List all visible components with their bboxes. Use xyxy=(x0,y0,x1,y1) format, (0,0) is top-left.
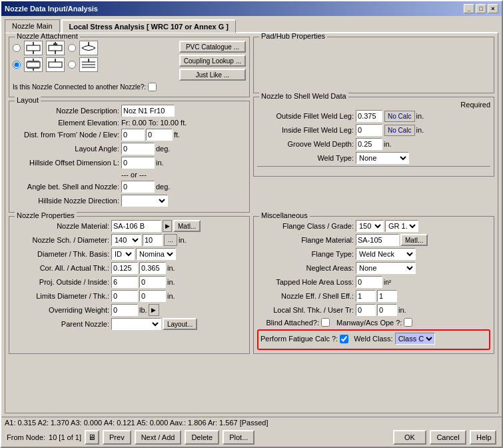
element-elevation-value: Fr: 0.00 To: 10.00 ft. xyxy=(121,119,187,127)
svg-rect-3 xyxy=(49,45,62,51)
diameter-thk-label: Diameter / Thk. Basis: xyxy=(13,250,109,258)
layout-angle-row: Layout Angle: deg. xyxy=(13,143,246,155)
outside-fillet-input[interactable] xyxy=(356,110,382,122)
weld-class-select[interactable]: Class C xyxy=(395,333,435,345)
manway-checkbox[interactable] xyxy=(404,318,412,327)
attach-radio-1[interactable] xyxy=(13,44,21,52)
next-add-button[interactable]: Next / Add xyxy=(135,430,182,445)
override-unit: lb. xyxy=(139,306,147,314)
hillside-offset-row: Hillside Offset Dimension L: in. xyxy=(13,157,246,169)
limits-val1-input[interactable] xyxy=(111,290,138,302)
nozzle-description-label: Nozzle Description: xyxy=(13,107,119,115)
delete-button[interactable]: Delete xyxy=(185,430,219,445)
blind-attached-checkbox[interactable] xyxy=(321,318,330,327)
local-shl-input[interactable] xyxy=(356,304,376,316)
tab-bar: Nozzle Main Local Stress Analysis [ WRC … xyxy=(1,16,502,32)
angle-input[interactable] xyxy=(121,181,155,193)
cor-all-input[interactable] xyxy=(111,262,138,274)
angle-label: Angle bet. Shell and Nozzle: xyxy=(13,183,119,191)
flange-class-row: Flange Class / Grade: 150 GR 1.1 xyxy=(257,220,490,232)
blind-attached-label: Blind Attached?: xyxy=(257,319,319,327)
layout-button[interactable]: Layout... xyxy=(163,318,197,330)
computer-icon-button[interactable]: 🖥 xyxy=(85,430,99,445)
proj-unit: in. xyxy=(167,278,175,286)
cancel-button[interactable]: Cancel xyxy=(430,430,466,445)
minimize-button[interactable]: _ xyxy=(464,4,474,13)
limits-val2-input[interactable] xyxy=(139,290,166,302)
tapped-hole-input[interactable] xyxy=(356,276,382,288)
inside-fillet-row: Inside Fillet Weld Leg: No Calc in. xyxy=(257,124,490,136)
pvc-catalogue-button[interactable]: PVC Catalogue ... xyxy=(179,41,246,53)
flange-class-select[interactable]: 150 xyxy=(356,220,384,232)
grade-select[interactable]: GR 1.1 xyxy=(385,220,418,232)
attach-icon-4 xyxy=(24,57,43,72)
nominal-select[interactable]: Nominal xyxy=(136,248,176,260)
nozzle-attachment-title: Nozzle Attachment xyxy=(15,32,80,40)
tab-local-stress[interactable]: Local Stress Analysis [ WRC 107 or Annex… xyxy=(61,19,236,33)
neglect-areas-select[interactable]: None xyxy=(356,262,416,274)
status-bar: A1: 0.315 A2: 1.370 A3: 0.000 A4: 0.121 … xyxy=(1,417,502,428)
attach-icon-3 xyxy=(79,41,98,55)
outside-fillet-no-calc-button[interactable]: No Calc xyxy=(384,111,415,122)
groove-weld-input[interactable] xyxy=(356,138,382,150)
flange-matl-button[interactable]: Matl... xyxy=(400,234,428,246)
diameter-basis-select[interactable]: ID xyxy=(111,248,135,260)
attach-radio-2[interactable] xyxy=(68,44,76,52)
groove-weld-unit: in. xyxy=(384,140,392,148)
close-button[interactable]: × xyxy=(488,4,498,13)
weld-type-select[interactable]: None xyxy=(356,152,409,164)
diameter-thk-row: Diameter / Thk. Basis: ID Nominal xyxy=(13,248,246,260)
nozzle-matl-button[interactable]: Matl... xyxy=(173,220,201,232)
proj-inside-input[interactable] xyxy=(139,276,166,288)
plot-button[interactable]: Plot... xyxy=(223,430,254,445)
weld-class-label: Weld Class: xyxy=(354,335,392,343)
inside-fillet-no-calc-button[interactable]: No Calc xyxy=(384,125,415,136)
actual-thk-input[interactable] xyxy=(139,262,166,274)
neglect-areas-label: Neglect Areas: xyxy=(257,264,354,272)
diameter-input[interactable] xyxy=(143,234,163,246)
override-weight-input[interactable] xyxy=(111,304,138,316)
ok-button[interactable]: OK xyxy=(393,430,426,445)
nozzle-material-input[interactable] xyxy=(111,220,161,232)
user-tr-input[interactable] xyxy=(377,304,397,316)
attach-icon-2 xyxy=(46,41,65,55)
manway-label: Manway/Acs Ope ?: xyxy=(336,319,402,327)
diameter-dots-button[interactable]: ... xyxy=(164,234,177,246)
right-column: Pad/Hub Properties Nozzle to Shell Weld … xyxy=(253,37,494,216)
fatigue-checkbox[interactable] xyxy=(340,335,348,343)
nozzle-eff-label: Nozzle Eff. / Shell Eff.: xyxy=(257,292,354,300)
coupling-lookup-button[interactable]: Coupling Lookup ... xyxy=(179,55,246,67)
maximize-button[interactable]: □ xyxy=(476,4,486,13)
layout-angle-unit: deg. xyxy=(156,145,170,153)
element-elevation-label: Element Elevation: xyxy=(13,119,119,127)
attachment-icons xyxy=(13,41,176,81)
help-button[interactable]: Help xyxy=(470,430,496,445)
sch-select[interactable]: 140 xyxy=(111,234,141,246)
attach-radio-4[interactable] xyxy=(68,61,76,69)
dist-val2-input[interactable] xyxy=(146,129,173,141)
hillside-offset-input[interactable] xyxy=(121,157,155,169)
nozzle-description-input[interactable] xyxy=(121,105,175,117)
hillside-direction-select[interactable] xyxy=(121,195,168,207)
connected-nozzle-checkbox[interactable] xyxy=(148,83,157,91)
override-arrow-button[interactable]: ▶ xyxy=(149,304,159,316)
flange-type-select[interactable]: Weld Neck xyxy=(356,248,416,260)
dist-from-node-label: Dist. from 'From' Node / Elev: xyxy=(13,131,119,139)
parent-nozzle-select[interactable] xyxy=(111,318,161,330)
shell-eff-input[interactable] xyxy=(377,290,397,302)
prev-button[interactable]: Prev xyxy=(103,430,131,445)
just-like-button[interactable]: Just Like ... xyxy=(179,69,246,81)
fatigue-section: Perform Fatigue Calc ?: Weld Class: Clas… xyxy=(257,329,490,350)
proj-outside-input[interactable] xyxy=(111,276,138,288)
layout-angle-input[interactable] xyxy=(121,143,155,155)
material-arrow-button[interactable]: ▶ xyxy=(163,220,172,232)
layout-angle-label: Layout Angle: xyxy=(13,145,119,153)
nozzle-eff-input[interactable] xyxy=(356,290,376,302)
tab-nozzle-main[interactable]: Nozzle Main xyxy=(5,19,60,33)
attach-radio-3[interactable] xyxy=(13,61,21,69)
bottom-section: Nozzle Properties Nozzle Material: ▶ Mat… xyxy=(9,216,494,357)
proj-outside-row: Proj. Outside / Inside: in. xyxy=(13,276,246,288)
dist-val1-input[interactable] xyxy=(121,129,145,141)
inside-fillet-input[interactable] xyxy=(356,124,382,136)
flange-material-input[interactable] xyxy=(356,234,399,246)
